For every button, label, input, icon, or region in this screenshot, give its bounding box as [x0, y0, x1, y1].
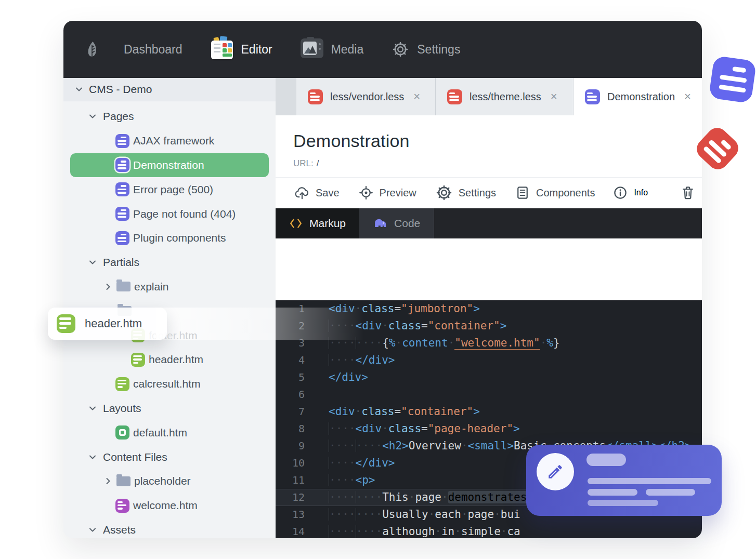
tree-section-assets[interactable]: Assets [63, 518, 276, 538]
code-line-5: 5</div> [276, 369, 702, 386]
drag-ghost-card: header.htm [48, 308, 167, 340]
tree-item-calcresult.htm[interactable]: calcresult.htm [63, 372, 276, 396]
line-number: 13 [276, 506, 305, 523]
code-line-4: 4····</div> [276, 352, 702, 369]
partial-file-icon [131, 353, 145, 367]
page-title: Demonstration [293, 131, 702, 151]
tree-item-demonstration[interactable]: Demonstration [70, 153, 269, 178]
info-button[interactable]: Info [595, 185, 666, 201]
section-label: Assets [103, 524, 136, 536]
item-label: Demonstration [133, 159, 204, 171]
tabstrip-spacer [276, 78, 296, 115]
chevron-down-icon [87, 111, 98, 122]
preview-button[interactable]: Preview [358, 185, 416, 201]
skeleton-bar [588, 500, 658, 506]
folder-icon [116, 282, 131, 291]
document-tabstrip: less/vendor.less × less/theme.less × Dem… [276, 78, 702, 115]
tree-section-partials[interactable]: Partials [63, 250, 276, 275]
line-number: 10 [276, 455, 305, 472]
components-button[interactable]: Components [515, 185, 595, 201]
line-number: 14 [276, 523, 305, 538]
line-number: 9 [276, 437, 305, 455]
tree-item-default.htm[interactable]: default.htm [63, 420, 276, 445]
code-line-14: 14········although·in·simple·ca [276, 523, 702, 538]
page-file-icon [115, 134, 129, 148]
editor-tab-markup[interactable]: Markup [276, 208, 359, 238]
doc-tab-demonstration[interactable]: Demonstration × [573, 78, 702, 115]
tab-label: Markup [309, 217, 346, 230]
tree-item-error-page-500-[interactable]: Error page (500) [63, 177, 276, 202]
tree-item-welcome.htm[interactable]: welcome.htm [63, 494, 276, 518]
tree-item-placeholder[interactable]: placeholder [63, 469, 276, 494]
chevron-down-icon [74, 84, 84, 95]
line-number: 6 [276, 386, 305, 403]
editor-tab-code[interactable]: Code [359, 208, 434, 238]
editor-tabbar: MarkupCode [276, 208, 702, 238]
url-value: / [317, 158, 319, 168]
tree-item-ajax-framework[interactable]: AJAX framework [63, 129, 276, 153]
item-label: Plugin components [133, 232, 226, 244]
toolbar: SavePreviewSettingsComponents Info [276, 177, 702, 208]
tree-section-pages[interactable]: Pages [63, 104, 276, 129]
item-label: explain [134, 281, 169, 293]
partial-file-icon [57, 314, 75, 333]
settings-button[interactable]: Settings [435, 184, 496, 202]
item-label: Error page (500) [133, 183, 213, 196]
skeleton-bar [588, 489, 637, 496]
page-canvas: { "nav": { "logo_icon": "leaf-icon", "it… [0, 0, 756, 559]
tree-item-page-not-found-404-[interactable]: Page not found (404) [63, 202, 276, 226]
target-icon [358, 185, 374, 201]
nav-label: Media [331, 43, 364, 57]
nav-items: Dashboard Editor MediaSettings [124, 37, 488, 61]
doc-tab-less-vendor.less[interactable]: less/vendor.less × [296, 78, 436, 115]
partial-file-icon [115, 377, 129, 391]
chevron-down-icon [87, 257, 98, 268]
content-file-icon [115, 499, 129, 513]
save-button[interactable]: Save [294, 185, 340, 201]
tree-section-content-files[interactable]: Content Files [63, 445, 276, 469]
nav-item-dashboard[interactable]: Dashboard [124, 43, 183, 57]
code-line-8: 8····<div·class="page-header"> [276, 420, 702, 437]
tab-label: Demonstration [607, 91, 675, 103]
edit-notification-card [526, 445, 722, 516]
code-line-6: 6 [276, 386, 702, 403]
page-file-icon [115, 231, 129, 245]
top-nav: Dashboard Editor MediaSettings [63, 21, 702, 78]
doc-tab-less-theme.less[interactable]: less/theme.less × [436, 78, 573, 115]
toolbar-left-group: SavePreviewSettingsComponents [276, 184, 595, 202]
angle-brackets-icon [289, 217, 303, 230]
october-leaf-logo-icon[interactable] [84, 37, 100, 61]
line-number: 8 [276, 420, 305, 437]
button-label: Save [316, 187, 340, 199]
tree-item-explain[interactable]: explain [63, 275, 276, 299]
item-label: AJAX framework [133, 135, 214, 147]
tab-label: less/theme.less [470, 91, 541, 103]
skeleton-bar [646, 489, 695, 496]
nav-item-media[interactable]: Media [301, 38, 364, 60]
info-icon [612, 185, 628, 201]
item-label: default.htm [133, 427, 187, 439]
file-icon [447, 89, 462, 104]
button-label: Preview [380, 187, 416, 199]
close-icon[interactable]: × [413, 91, 420, 102]
tree-item-header.htm[interactable]: header.htm [63, 348, 276, 372]
line-number: 7 [276, 403, 305, 420]
section-label: Partials [103, 256, 139, 269]
nav-item-settings[interactable]: Settings [392, 41, 460, 58]
nav-item-editor[interactable]: Editor [211, 37, 272, 61]
close-icon[interactable]: × [684, 91, 691, 102]
line-number: 4 [276, 352, 305, 369]
tree-section-layouts[interactable]: Layouts [63, 396, 276, 421]
editor-icon [211, 37, 233, 61]
page-file-icon [115, 158, 129, 172]
tree-item-plugin-components[interactable]: Plugin components [63, 226, 276, 250]
file-icon [308, 89, 323, 104]
chevron-down-icon [87, 452, 98, 462]
workspace-header[interactable]: CMS - Demo [63, 78, 276, 101]
file-icon [585, 89, 600, 104]
line-number: 12 [276, 489, 305, 505]
folder-icon [116, 476, 131, 486]
delete-button[interactable] [666, 185, 702, 201]
close-icon[interactable]: × [551, 91, 557, 102]
skeleton-bar [586, 454, 626, 466]
